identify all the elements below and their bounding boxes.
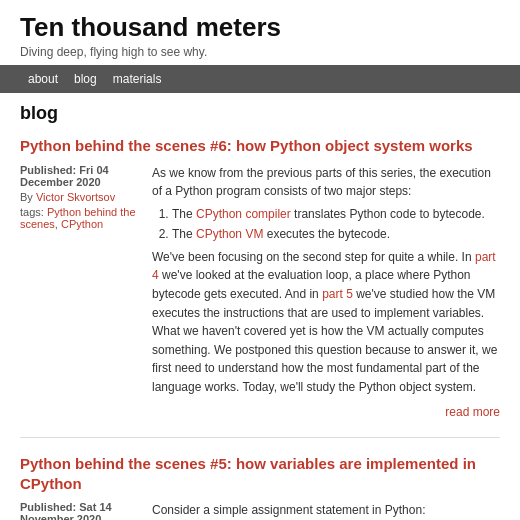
- post-1-author-label: By Victor Skvortsov: [20, 191, 140, 203]
- nav-item-about[interactable]: about: [20, 70, 66, 88]
- post-1-tags: tags: Python behind the scenes, CPython: [20, 206, 140, 230]
- main-content: blog Python behind the scenes #6: how Py…: [0, 93, 520, 520]
- post-1-content: As we know from the previous parts of th…: [152, 164, 500, 422]
- post-1-meta: Published: Fri 04 December 2020 By Victo…: [20, 164, 140, 422]
- post-2-title[interactable]: Python behind the scenes #5: how variabl…: [20, 454, 500, 493]
- post-2-meta: Published: Sat 14 November 2020 By Victo…: [20, 501, 140, 520]
- post-1-intro: As we know from the previous parts of th…: [152, 164, 500, 201]
- post-2: Python behind the scenes #5: how variabl…: [20, 454, 500, 520]
- list-item: The CPython VM executes the bytecode.: [172, 225, 500, 244]
- list-item: The CPython compiler translates Python c…: [172, 205, 500, 224]
- nav-item-blog[interactable]: blog: [66, 70, 105, 88]
- post-2-date: Published: Sat 14 November 2020: [20, 501, 140, 520]
- nav-item-materials[interactable]: materials: [105, 70, 170, 88]
- post-1-tags-label: tags:: [20, 206, 47, 218]
- post-1-body: We've been focusing on the second step f…: [152, 248, 500, 397]
- page-heading: blog: [20, 103, 500, 124]
- post-1-link-part5[interactable]: part 5: [322, 287, 353, 301]
- post-1-title[interactable]: Python behind the scenes #6: how Python …: [20, 136, 500, 156]
- post-1-link-vm[interactable]: CPython VM: [196, 227, 263, 241]
- post-1-date: Published: Fri 04 December 2020: [20, 164, 140, 188]
- post-1-read-more-link[interactable]: read more: [445, 405, 500, 419]
- site-title: Ten thousand meters: [20, 12, 500, 43]
- site-header: Ten thousand meters Diving deep, flying …: [0, 0, 520, 65]
- post-2-intro: Consider a simple assignment statement i…: [152, 501, 500, 520]
- site-tagline: Diving deep, flying high to see why.: [20, 45, 500, 59]
- main-nav: about blog materials: [0, 65, 520, 93]
- post-1: Python behind the scenes #6: how Python …: [20, 136, 500, 438]
- post-1-author[interactable]: Victor Skvortsov: [36, 191, 115, 203]
- post-1-list: The CPython compiler translates Python c…: [172, 205, 500, 244]
- post-1-link-part4[interactable]: part 4: [152, 250, 496, 283]
- post-1-tag-1[interactable]: CPython: [61, 218, 103, 230]
- post-1-read-more: read more: [152, 403, 500, 422]
- post-1-link-compiler[interactable]: CPython compiler: [196, 207, 291, 221]
- post-2-content: Consider a simple assignment statement i…: [152, 501, 500, 520]
